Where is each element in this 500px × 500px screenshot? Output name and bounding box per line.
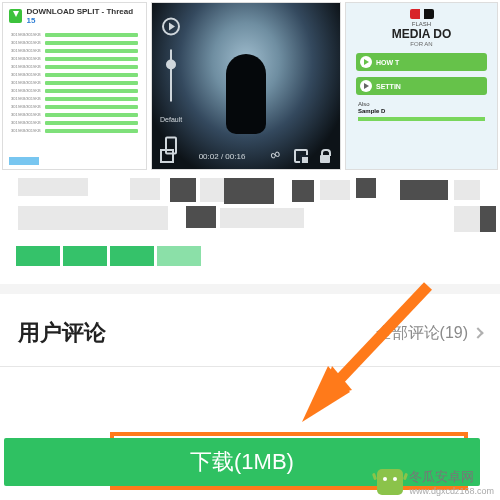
screenshot-card-1[interactable]: DOWNLOAD SPLIT - Thread 15 3019KB/3019KB… <box>2 2 147 170</box>
watermark-name: 冬瓜安卓网 <box>409 468 494 486</box>
volume-track <box>170 50 172 102</box>
hr-divider <box>0 366 500 367</box>
obscured-description <box>0 178 500 243</box>
media-subtitle: FOR AN <box>350 41 493 47</box>
svg-marker-1 <box>322 366 352 398</box>
reviews-header: 用户评论 全部评论(19) <box>0 294 500 366</box>
expand-icon <box>160 149 174 163</box>
loop-icon <box>270 149 284 163</box>
download-icon <box>9 9 22 23</box>
lock-icon <box>318 149 332 163</box>
flash-logo-icon <box>410 9 434 19</box>
tag-row <box>0 243 500 266</box>
screenshot-card-2[interactable]: Default 00:02 / 00:16 <box>151 2 341 170</box>
watermark: 冬瓜安卓网 www.dgxcdz168.com <box>377 468 494 496</box>
settings-button: SETTIN <box>356 77 487 95</box>
card1-footer-badge <box>9 157 39 165</box>
card1-title: DOWNLOAD SPLIT - Thread 15 <box>26 7 140 25</box>
svg-marker-2 <box>302 366 350 422</box>
screenshot-gallery[interactable]: DOWNLOAD SPLIT - Thread 15 3019KB/3019KB… <box>0 0 500 170</box>
howto-button: HOW T <box>356 53 487 71</box>
rotate-label: Default <box>160 116 182 123</box>
watermark-url: www.dgxcdz168.com <box>409 486 494 496</box>
media-title: MEDIA DO <box>350 27 493 41</box>
reviews-title: 用户评论 <box>18 318 106 348</box>
also-label: Also <box>358 101 493 107</box>
sample-bar <box>358 117 485 121</box>
sample-label: Sample D <box>358 108 493 114</box>
section-divider <box>0 284 500 294</box>
chevron-right-icon <box>472 327 483 338</box>
progress-list: 3019KB/3019KB 3019KB/3019KB 3019KB/3019K… <box>3 32 146 133</box>
android-icon <box>377 469 403 495</box>
play-icon <box>162 18 180 36</box>
screenshot-card-3[interactable]: FLASH MEDIA DO FOR AN HOW T SETTIN Also … <box>345 2 498 170</box>
playback-time: 00:02 / 00:16 <box>199 152 246 161</box>
cast-icon <box>294 149 308 163</box>
all-reviews-link[interactable]: 全部评论(19) <box>376 323 482 344</box>
